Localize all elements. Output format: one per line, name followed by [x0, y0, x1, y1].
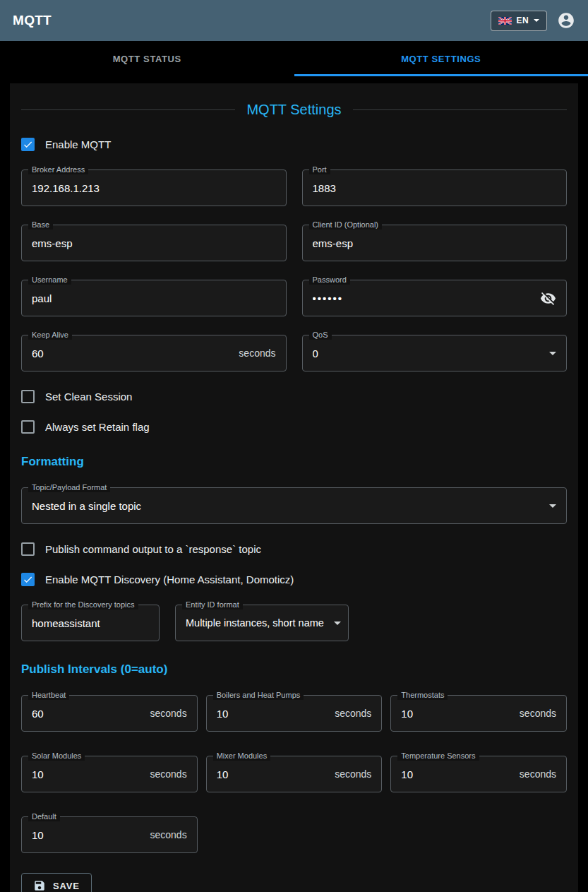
field-value: 192.168.1.213: [32, 182, 276, 194]
field-label: Default: [28, 812, 60, 821]
check-icon: [23, 574, 33, 585]
base-field[interactable]: Base ems-esp: [21, 225, 287, 261]
save-button[interactable]: SAVE: [21, 873, 92, 892]
field-suffix: seconds: [150, 829, 187, 840]
divider: [21, 109, 235, 110]
field-value: ems-esp: [313, 237, 557, 249]
field-value: 10: [217, 708, 330, 720]
field-label: Port: [309, 165, 330, 174]
field-value: ems-esp: [32, 237, 276, 249]
field-value: 60: [32, 708, 145, 720]
field-label: Client ID (Optional): [309, 220, 383, 230]
mixer-interval-field[interactable]: Mixer Modules 10 seconds: [206, 756, 383, 792]
clean-session-row: Set Clean Session: [21, 390, 567, 403]
checkbox-label: Enable MQTT: [45, 138, 111, 150]
field-value: ••••••: [313, 292, 535, 304]
discovery-prefix-field[interactable]: Prefix for the Discovery topics homeassi…: [21, 605, 160, 641]
check-icon: [23, 139, 33, 150]
account-icon[interactable]: [557, 11, 575, 30]
response-topic-row: Publish command output to a `response` t…: [21, 542, 567, 556]
thermostats-interval-field[interactable]: Thermostats 10 seconds: [390, 695, 567, 732]
app-bar-actions: EN: [491, 11, 575, 31]
retain-flag-row: Always set Retain flag: [21, 420, 567, 434]
chevron-down-icon: [534, 19, 539, 22]
discovery-checkbox[interactable]: [21, 573, 35, 586]
field-label: Broker Address: [28, 165, 88, 174]
field-value: 0: [313, 347, 550, 359]
save-button-label: SAVE: [53, 881, 80, 891]
field-value: 10: [401, 708, 514, 720]
checkbox-label: Set Clean Session: [45, 391, 132, 403]
field-suffix: seconds: [335, 768, 371, 780]
page-title-text: MQTT Settings: [246, 102, 341, 118]
language-selector[interactable]: EN: [491, 11, 547, 31]
response-topic-checkbox[interactable]: [21, 542, 35, 556]
enable-mqtt-checkbox[interactable]: [21, 138, 35, 151]
heartbeat-interval-field[interactable]: Heartbeat 60 seconds: [21, 695, 198, 732]
field-value: 10: [217, 768, 330, 780]
enable-mqtt-row: Enable MQTT: [21, 138, 567, 151]
field-label: Mixer Modules: [213, 751, 271, 761]
settings-card: MQTT Settings Enable MQTT Broker Address…: [10, 83, 578, 892]
field-suffix: seconds: [520, 768, 556, 780]
checkbox-label: Publish command output to a `response` t…: [45, 543, 261, 555]
field-label: Thermostats: [397, 691, 448, 700]
temperature-interval-field[interactable]: Temperature Sensors 10 seconds: [390, 756, 567, 792]
app-title: MQTT: [13, 13, 52, 28]
field-value: 60: [32, 347, 233, 359]
intervals-grid: Heartbeat 60 seconds Boilers and Heat Pu…: [21, 695, 567, 853]
client-id-field[interactable]: Client ID (Optional) ems-esp: [302, 225, 568, 261]
topic-payload-format-select[interactable]: Topic/Payload Format Nested in a single …: [21, 487, 567, 524]
qos-select[interactable]: QoS 0: [302, 335, 568, 371]
field-value: Nested in a single topic: [32, 500, 549, 512]
divider: [353, 109, 567, 110]
password-field[interactable]: Password ••••••: [302, 280, 568, 316]
uk-flag-icon: [498, 17, 512, 25]
field-row: Keep Alive 60 seconds QoS 0: [21, 335, 567, 371]
tab-mqtt-status[interactable]: MQTT STATUS: [0, 41, 294, 76]
solar-interval-field[interactable]: Solar Modules 10 seconds: [21, 756, 198, 792]
boilers-interval-field[interactable]: Boilers and Heat Pumps 10 seconds: [206, 695, 383, 732]
discovery-row: Enable MQTT Discovery (Home Assistant, D…: [21, 573, 567, 586]
field-suffix: seconds: [520, 708, 556, 719]
tab-bar: MQTT STATUS MQTT SETTINGS: [0, 41, 588, 76]
chevron-down-icon: [549, 352, 556, 355]
language-label: EN: [517, 16, 529, 25]
retain-flag-checkbox[interactable]: [21, 420, 35, 434]
field-value: 10: [32, 768, 145, 780]
field-row: Topic/Payload Format Nested in a single …: [21, 487, 567, 524]
field-suffix: seconds: [335, 708, 371, 719]
default-interval-field[interactable]: Default 10 seconds: [21, 816, 198, 853]
clean-session-checkbox[interactable]: [21, 390, 35, 403]
discovery-fields-row: Prefix for the Discovery topics homeassi…: [21, 605, 567, 641]
field-value: Multiple instances, short name: [186, 617, 334, 629]
field-row: Username paul Password ••••••: [21, 280, 567, 316]
field-label: Heartbeat: [28, 691, 69, 700]
username-field[interactable]: Username paul: [21, 280, 287, 316]
checkbox-label: Enable MQTT Discovery (Home Assistant, D…: [45, 573, 294, 585]
field-label: Temperature Sensors: [397, 751, 479, 761]
field-label: Keep Alive: [28, 331, 72, 340]
field-label: QoS: [309, 331, 332, 340]
tab-mqtt-settings[interactable]: MQTT SETTINGS: [294, 41, 588, 76]
field-value: paul: [32, 292, 276, 304]
section-heading-formatting: Formatting: [21, 455, 567, 469]
field-label: Topic/Payload Format: [28, 483, 110, 492]
port-field[interactable]: Port 1883: [302, 170, 568, 206]
visibility-off-icon[interactable]: [540, 290, 556, 307]
checkbox-label: Always set Retain flag: [45, 421, 150, 433]
field-label: Prefix for the Discovery topics: [28, 600, 138, 609]
entity-id-format-select[interactable]: Entity ID format Multiple instances, sho…: [175, 605, 349, 641]
field-value: 10: [32, 829, 145, 841]
broker-address-field[interactable]: Broker Address 192.168.1.213: [21, 170, 287, 206]
chevron-down-icon: [549, 504, 556, 508]
field-row: Broker Address 192.168.1.213 Port 1883: [21, 170, 567, 206]
app-bar: MQTT EN: [0, 0, 588, 41]
save-icon: [33, 879, 46, 892]
field-suffix: seconds: [239, 347, 275, 359]
keep-alive-field[interactable]: Keep Alive 60 seconds: [21, 335, 287, 371]
page-title: MQTT Settings: [21, 102, 567, 118]
field-value: 1883: [313, 182, 557, 194]
field-value: 10: [401, 768, 514, 780]
field-suffix: seconds: [150, 768, 187, 780]
